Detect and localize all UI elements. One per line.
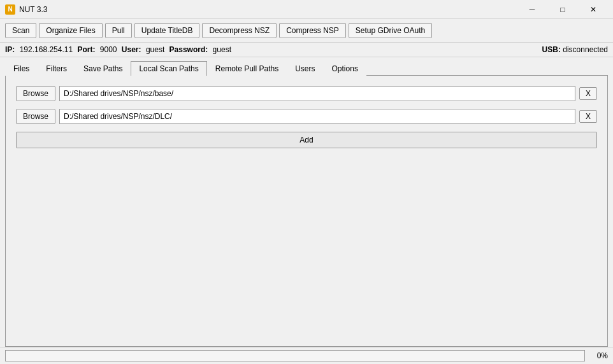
usb-label: USB: bbox=[542, 45, 561, 54]
user-label: User: bbox=[122, 45, 141, 54]
ip-value: 192.168.254.11 bbox=[20, 45, 73, 54]
path-input-2[interactable] bbox=[59, 109, 575, 124]
remove-button-2[interactable]: X bbox=[579, 110, 597, 123]
status-bar: IP: 192.168.254.11 Port: 9000 User: gues… bbox=[0, 43, 613, 57]
tab-container: Files Filters Save Paths Local Scan Path… bbox=[0, 57, 613, 347]
usb-value: disconnected bbox=[563, 45, 608, 54]
ip-label: IP: bbox=[5, 45, 15, 54]
tab-save-paths[interactable]: Save Paths bbox=[75, 61, 131, 76]
setup-gdrive-oauth-button[interactable]: Setup GDrive OAuth bbox=[349, 23, 432, 38]
path-row-2: Browse X bbox=[16, 109, 597, 124]
tab-bar: Files Filters Save Paths Local Scan Path… bbox=[5, 61, 608, 76]
compress-nsp-button[interactable]: Compress NSP bbox=[279, 23, 346, 38]
port-value: 9000 bbox=[100, 45, 117, 54]
progress-bar-container bbox=[5, 350, 585, 361]
organize-files-button[interactable]: Organize Files bbox=[39, 23, 102, 38]
title-bar-left: N NUT 3.3 bbox=[5, 4, 47, 15]
tab-options[interactable]: Options bbox=[324, 61, 366, 76]
browse-button-1[interactable]: Browse bbox=[16, 86, 55, 101]
password-label: Password: bbox=[169, 45, 208, 54]
status-right: USB: disconnected bbox=[542, 45, 608, 54]
path-input-1[interactable] bbox=[59, 86, 575, 101]
port-label: Port: bbox=[77, 45, 95, 54]
close-button[interactable]: ✕ bbox=[579, 3, 608, 17]
path-row-1: Browse X bbox=[16, 86, 597, 101]
tab-remote-pull-paths[interactable]: Remote Pull Paths bbox=[207, 61, 287, 76]
tab-users[interactable]: Users bbox=[287, 61, 323, 76]
toolbar: Scan Organize Files Pull Update TitleDB … bbox=[0, 19, 613, 43]
password-value: guest bbox=[213, 45, 231, 54]
pull-button[interactable]: Pull bbox=[105, 23, 132, 38]
app-icon: N bbox=[5, 4, 15, 15]
status-left: IP: 192.168.254.11 Port: 9000 User: gues… bbox=[5, 45, 234, 54]
decompress-nsz-button[interactable]: Decompress NSZ bbox=[202, 23, 277, 38]
tab-local-scan-paths[interactable]: Local Scan Paths bbox=[131, 61, 206, 76]
maximize-button[interactable]: □ bbox=[548, 3, 577, 17]
tab-content-local-scan-paths: Browse X Browse X Add bbox=[5, 76, 608, 347]
window-controls: ─ □ ✕ bbox=[517, 3, 608, 17]
update-titledb-button[interactable]: Update TitleDB bbox=[134, 23, 200, 38]
title-bar: N NUT 3.3 ─ □ ✕ bbox=[0, 0, 613, 19]
tab-filters[interactable]: Filters bbox=[38, 61, 75, 76]
browse-button-2[interactable]: Browse bbox=[16, 109, 55, 124]
bottom-bar: 0% bbox=[0, 347, 613, 364]
tab-files[interactable]: Files bbox=[5, 61, 38, 76]
add-path-button[interactable]: Add bbox=[16, 132, 597, 148]
progress-label: 0% bbox=[589, 351, 608, 360]
app-title: NUT 3.3 bbox=[19, 5, 47, 14]
remove-button-1[interactable]: X bbox=[579, 87, 597, 100]
minimize-button[interactable]: ─ bbox=[517, 3, 547, 17]
user-value: guest bbox=[146, 45, 164, 54]
scan-button[interactable]: Scan bbox=[5, 23, 36, 38]
